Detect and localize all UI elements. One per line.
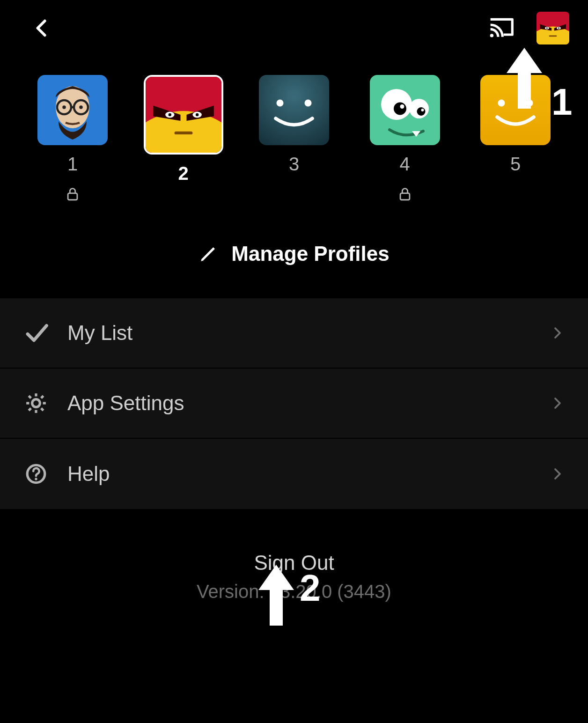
menu-item-app-settings[interactable]: App Settings [0, 369, 588, 439]
gear-icon [23, 391, 49, 416]
profile-1[interactable]: 1 [33, 75, 112, 214]
profile-4[interactable]: 4 [365, 75, 445, 214]
svg-point-12 [62, 105, 66, 109]
profile-avatar [144, 75, 223, 155]
menu-item-label: My List [67, 321, 532, 345]
profile-lock-icon [65, 183, 81, 205]
svg-line-41 [29, 396, 31, 398]
profile-label: 4 [399, 154, 410, 175]
svg-point-36 [32, 399, 40, 407]
menu-item-label: Help [67, 462, 532, 486]
settings-menu: My ListApp SettingsHelp [0, 298, 588, 509]
svg-point-19 [195, 113, 198, 116]
menu-item-label: App Settings [67, 391, 532, 415]
svg-point-29 [400, 104, 404, 109]
menu-item-help[interactable]: Help [0, 439, 588, 509]
svg-point-27 [394, 103, 406, 115]
svg-point-4 [546, 28, 548, 29]
svg-point-23 [305, 100, 312, 107]
profile-label: 1 [67, 154, 78, 175]
svg-line-43 [29, 408, 31, 411]
menu-item-my-list[interactable]: My List [0, 298, 588, 369]
profile-3[interactable]: 3 [254, 75, 334, 214]
annotation-arrow-1 [506, 48, 543, 109]
annotation-number-2: 2 [300, 567, 321, 610]
svg-point-13 [79, 105, 83, 109]
svg-rect-20 [174, 132, 192, 134]
svg-rect-21 [259, 75, 329, 145]
svg-point-0 [490, 34, 493, 37]
profiles-row: 1 2 3 [0, 56, 588, 214]
manage-profiles-button[interactable]: Manage Profiles [0, 214, 588, 298]
chevron-right-icon [551, 326, 565, 340]
svg-point-22 [277, 100, 284, 107]
profile-avatar [259, 75, 329, 145]
back-button[interactable] [28, 14, 56, 42]
svg-rect-6 [549, 35, 557, 37]
profile-label: 3 [289, 154, 299, 175]
help-icon [23, 461, 49, 487]
header [0, 0, 588, 56]
chevron-right-icon [551, 467, 565, 481]
svg-marker-47 [507, 48, 542, 109]
svg-rect-14 [68, 193, 77, 200]
chevron-right-icon [551, 396, 565, 410]
profile-label: 5 [510, 154, 521, 175]
header-profile-avatar[interactable] [537, 12, 569, 44]
svg-point-28 [417, 107, 425, 116]
cast-button[interactable] [485, 14, 518, 42]
svg-point-46 [35, 478, 37, 480]
profile-label: 2 [178, 163, 188, 184]
profile-lock-icon [397, 183, 413, 205]
annotation-arrow-2 [257, 565, 295, 626]
svg-line-42 [41, 408, 44, 411]
profile-avatar [370, 75, 440, 145]
svg-point-5 [558, 28, 559, 29]
profile-avatar [37, 75, 108, 145]
svg-rect-32 [400, 193, 410, 200]
svg-point-18 [168, 113, 171, 116]
manage-profiles-label: Manage Profiles [231, 242, 389, 266]
svg-line-44 [41, 396, 44, 398]
annotation-number-1: 1 [551, 81, 573, 124]
pencil-icon [198, 244, 218, 264]
svg-marker-48 [258, 565, 294, 626]
check-icon [23, 320, 49, 346]
cast-icon [486, 15, 516, 41]
svg-point-30 [421, 109, 424, 111]
svg-point-34 [498, 100, 505, 107]
chevron-left-icon [31, 17, 53, 39]
profile-2[interactable]: 2 [144, 75, 223, 214]
